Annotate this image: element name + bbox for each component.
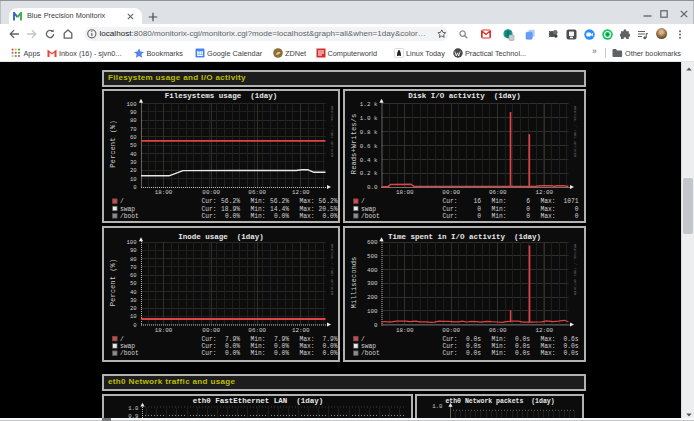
svg-text:RRDTOOL / TOBI OETIKER: RRDTOOL / TOBI OETIKER: [330, 244, 334, 296]
svg-text:20: 20: [130, 305, 137, 312]
svg-text:0.0s: 0.0s: [515, 343, 530, 350]
svg-text:swap: swap: [120, 206, 135, 213]
svg-text:1071: 1071: [563, 198, 578, 205]
svg-text:Min:: Min:: [251, 343, 266, 350]
svg-text:0: 0: [575, 213, 579, 220]
svg-text:7.9%: 7.9%: [225, 336, 240, 343]
svg-text:56.2%: 56.2%: [221, 198, 240, 205]
svg-text:Percent (%): Percent (%): [109, 259, 117, 306]
svg-text:RRDTOOL / TOBI OETIKER: RRDTOOL / TOBI OETIKER: [330, 106, 334, 158]
svg-text:200: 200: [367, 294, 378, 301]
svg-text:400: 400: [367, 267, 378, 274]
svg-text:/boot: /boot: [120, 350, 139, 357]
svg-text:10: 10: [130, 176, 137, 183]
svg-text:Min:: Min:: [492, 350, 507, 357]
svg-text:Max:: Max:: [541, 350, 556, 357]
svg-text:Max:: Max:: [541, 343, 556, 350]
svg-text:40: 40: [130, 289, 137, 296]
svg-text:Cur:: Cur:: [443, 350, 458, 357]
svg-text:6: 6: [526, 198, 530, 205]
svg-text:40: 40: [130, 151, 137, 158]
svg-text:50: 50: [130, 280, 137, 287]
svg-text:Cur:: Cur:: [202, 350, 217, 357]
svg-text:80: 80: [130, 256, 137, 263]
svg-text:Cur:: Cur:: [202, 336, 217, 343]
svg-text:600: 600: [367, 239, 378, 246]
svg-text:12:00: 12:00: [292, 327, 310, 334]
svg-text:Max:: Max:: [300, 206, 315, 213]
svg-text:12:00: 12:00: [535, 189, 553, 196]
svg-text:0.0s: 0.0s: [563, 350, 578, 357]
svg-text:/: /: [120, 336, 124, 343]
svg-text:Max:: Max:: [300, 336, 315, 343]
svg-text:06:00: 06:00: [489, 327, 507, 334]
svg-text:00:00: 00:00: [202, 189, 220, 196]
svg-text:12:00: 12:00: [292, 189, 310, 196]
svg-text:Max:: Max:: [541, 198, 556, 205]
svg-text:0: 0: [477, 213, 481, 220]
svg-text:00:00: 00:00: [442, 327, 460, 334]
svg-text:/boot: /boot: [120, 213, 139, 220]
svg-text:0.8 k: 0.8 k: [360, 129, 378, 136]
svg-text:100: 100: [367, 308, 378, 315]
svg-text:30: 30: [130, 159, 137, 166]
svg-text:0: 0: [526, 206, 530, 213]
svg-text:eth0 FastEthernet LAN (1day): eth0 FastEthernet LAN (1day): [193, 397, 324, 405]
svg-text:60: 60: [130, 272, 137, 279]
svg-text:31: 31: [197, 51, 203, 56]
svg-text:06:00: 06:00: [489, 189, 507, 196]
svg-text:0.4 k: 0.4 k: [360, 157, 378, 164]
svg-text:300: 300: [367, 280, 378, 287]
svg-text:0.0s: 0.0s: [515, 336, 530, 343]
svg-text:0.0%: 0.0%: [274, 213, 289, 220]
svg-text:Cur:: Cur:: [202, 343, 217, 350]
svg-text:56.2%: 56.2%: [319, 198, 338, 205]
svg-text:0.6 k: 0.6 k: [360, 143, 378, 150]
svg-text:14.4%: 14.4%: [270, 206, 289, 213]
svg-text:100: 100: [127, 101, 138, 108]
svg-text:0: 0: [575, 206, 579, 213]
svg-text:/: /: [120, 198, 124, 205]
svg-text:500: 500: [367, 253, 378, 260]
svg-text:0.0s: 0.0s: [466, 350, 481, 357]
svg-text:RRDTOOL / TOBI OETIKER: RRDTOOL / TOBI OETIKER: [573, 106, 577, 158]
svg-text:0.0%: 0.0%: [322, 343, 337, 350]
svg-text:06:00: 06:00: [248, 189, 266, 196]
svg-text:/boot: /boot: [361, 213, 380, 220]
svg-text:Min:: Min:: [251, 336, 266, 343]
svg-text:20.5%: 20.5%: [319, 206, 338, 213]
svg-text:Cur:: Cur:: [443, 336, 458, 343]
svg-text:56.2%: 56.2%: [270, 198, 289, 205]
svg-text:0.0%: 0.0%: [322, 213, 337, 220]
svg-text:18:00: 18:00: [155, 189, 173, 196]
svg-text:1.2 k: 1.2 k: [360, 101, 378, 108]
svg-text:12:00: 12:00: [535, 327, 553, 334]
svg-text:Min:: Min:: [251, 350, 266, 357]
svg-text:90: 90: [130, 109, 137, 116]
svg-text:0.0s: 0.0s: [563, 343, 578, 350]
svg-text:90: 90: [130, 247, 137, 254]
svg-text:Max:: Max:: [300, 343, 315, 350]
svg-text:Min:: Min:: [492, 198, 507, 205]
svg-text:/boot: /boot: [361, 350, 380, 357]
svg-text:eth0 Network packets (1day): eth0 Network packets (1day): [445, 398, 554, 405]
svg-text:1.0: 1.0: [432, 403, 443, 410]
svg-text:swap: swap: [120, 343, 135, 350]
svg-text:0.0%: 0.0%: [225, 213, 240, 220]
svg-text:swap: swap: [361, 206, 376, 213]
svg-text:Filesystems usage (1day): Filesystems usage (1day): [165, 92, 278, 100]
svg-text:Min:: Min:: [492, 343, 507, 350]
svg-text:0.0%: 0.0%: [322, 350, 337, 357]
svg-text:60: 60: [130, 134, 137, 141]
svg-text:swap: swap: [361, 343, 376, 350]
svg-text:0: 0: [374, 322, 378, 329]
svg-text:Cur:: Cur:: [443, 198, 458, 205]
svg-text:Cur:: Cur:: [202, 206, 217, 213]
svg-text:/: /: [361, 336, 365, 343]
svg-text:0.0%: 0.0%: [274, 350, 289, 357]
svg-text:Min:: Min:: [251, 206, 266, 213]
svg-text:70: 70: [130, 264, 137, 271]
svg-text:Cur:: Cur:: [443, 343, 458, 350]
svg-text:Max:: Max:: [541, 206, 556, 213]
svg-text:Reads+Writes/s: Reads+Writes/s: [350, 114, 358, 174]
